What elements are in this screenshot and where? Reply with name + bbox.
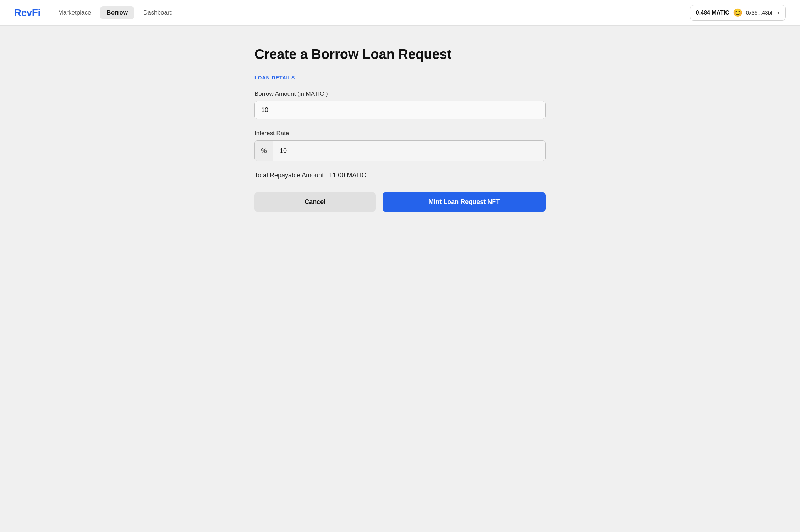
nav-link-borrow[interactable]: Borrow xyxy=(100,6,134,19)
interest-rate-input[interactable] xyxy=(273,142,545,160)
percent-icon: % xyxy=(255,141,273,161)
total-repayable: Total Repayable Amount : 11.00 MATIC xyxy=(254,172,546,179)
page-title: Create a Borrow Loan Request xyxy=(254,47,546,62)
section-label: LOAN DETAILS xyxy=(254,75,546,81)
interest-rate-wrapper: % xyxy=(254,140,546,161)
interest-rate-group: Interest Rate % xyxy=(254,130,546,161)
cancel-button[interactable]: Cancel xyxy=(254,192,376,212)
app-logo[interactable]: RevFi xyxy=(14,7,40,18)
nav-links: Marketplace Borrow Dashboard xyxy=(52,6,179,19)
nav-right: 0.484 MATIC 😊 0x35...43bf ▾ xyxy=(690,5,786,21)
chevron-down-icon: ▾ xyxy=(777,10,780,15)
main-content: Create a Borrow Loan Request LOAN DETAIL… xyxy=(240,26,560,233)
wallet-address: 0x35...43bf xyxy=(746,10,772,16)
wallet-badge[interactable]: 0.484 MATIC 😊 0x35...43bf ▾ xyxy=(690,5,786,21)
navbar: RevFi Marketplace Borrow Dashboard 0.484… xyxy=(0,0,800,26)
wallet-balance: 0.484 MATIC xyxy=(696,10,729,16)
button-row: Cancel Mint Loan Request NFT xyxy=(254,192,546,212)
borrow-amount-group: Borrow Amount (in MATIC ) xyxy=(254,90,546,119)
mint-button[interactable]: Mint Loan Request NFT xyxy=(383,192,546,212)
nav-link-dashboard[interactable]: Dashboard xyxy=(137,6,179,19)
borrow-amount-input[interactable] xyxy=(254,101,546,119)
nav-link-marketplace[interactable]: Marketplace xyxy=(52,6,98,19)
borrow-amount-label: Borrow Amount (in MATIC ) xyxy=(254,90,546,98)
nav-left: RevFi Marketplace Borrow Dashboard xyxy=(14,6,179,19)
interest-rate-label: Interest Rate xyxy=(254,130,546,137)
wallet-avatar-icon: 😊 xyxy=(733,8,743,17)
